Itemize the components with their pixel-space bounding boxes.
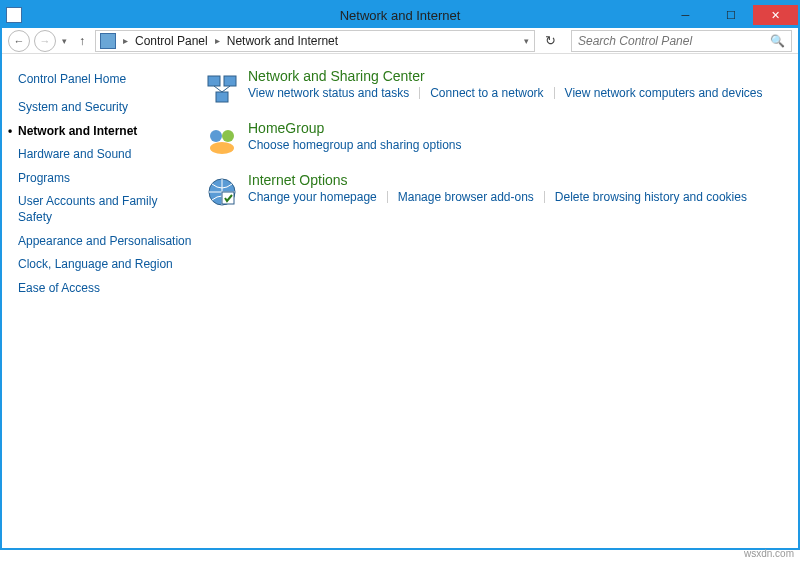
address-dropdown[interactable]: ▾ — [518, 36, 534, 46]
sidebar-item-appearance-and-personalisation[interactable]: Appearance and Personalisation — [18, 234, 192, 250]
task-link[interactable]: View network status and tasks — [248, 86, 409, 100]
svg-line-3 — [214, 86, 222, 92]
category-title[interactable]: Internet Options — [248, 172, 786, 188]
sidebar: Control Panel Home System and SecurityNe… — [2, 54, 200, 548]
chevron-right-icon: ▸ — [210, 35, 225, 46]
separator — [419, 87, 420, 99]
minimize-button[interactable]: ─ — [663, 5, 708, 25]
address-bar: ← → ▾ ↑ ▸ Control Panel ▸ Network and In… — [2, 28, 798, 54]
breadcrumb[interactable]: ▸ Control Panel ▸ Network and Internet ▾ — [95, 30, 535, 52]
search-icon[interactable]: 🔍 — [770, 34, 785, 48]
search-box[interactable]: 🔍 — [571, 30, 792, 52]
control-panel-icon — [100, 33, 116, 49]
up-button[interactable]: ↑ — [73, 32, 91, 50]
search-input[interactable] — [578, 34, 770, 48]
category-title[interactable]: Network and Sharing Center — [248, 68, 786, 84]
sidebar-item-clock-language-and-region[interactable]: Clock, Language and Region — [18, 257, 192, 273]
history-dropdown[interactable]: ▾ — [60, 36, 69, 46]
maximize-button[interactable]: ☐ — [708, 5, 753, 25]
separator — [554, 87, 555, 99]
separator — [544, 191, 545, 203]
svg-point-7 — [210, 142, 234, 154]
svg-line-4 — [222, 86, 230, 92]
network-center-icon[interactable] — [204, 70, 240, 106]
chevron-right-icon: ▸ — [118, 35, 133, 46]
main-panel: Network and Sharing CenterView network s… — [200, 54, 798, 548]
sidebar-item-hardware-and-sound[interactable]: Hardware and Sound — [18, 147, 192, 163]
sidebar-item-system-and-security[interactable]: System and Security — [18, 100, 192, 116]
titlebar: Network and Internet ─ ☐ ✕ — [2, 2, 798, 28]
svg-rect-0 — [208, 76, 220, 86]
sidebar-item-ease-of-access[interactable]: Ease of Access — [18, 281, 192, 297]
separator — [387, 191, 388, 203]
category-row: HomeGroupChoose homegroup and sharing op… — [204, 120, 786, 158]
task-link[interactable]: Choose homegroup and sharing options — [248, 138, 461, 152]
sidebar-item-programs[interactable]: Programs — [18, 171, 192, 187]
control-panel-window: Network and Internet ─ ☐ ✕ ← → ▾ ↑ ▸ Con… — [0, 0, 800, 550]
category-row: Internet OptionsChange your homepageMana… — [204, 172, 786, 210]
watermark: wsxdn.com — [744, 548, 794, 559]
forward-button[interactable]: → — [34, 30, 56, 52]
svg-point-6 — [222, 130, 234, 142]
back-button[interactable]: ← — [8, 30, 30, 52]
svg-rect-1 — [224, 76, 236, 86]
svg-rect-2 — [216, 92, 228, 102]
app-icon — [6, 7, 22, 23]
svg-rect-9 — [222, 192, 234, 204]
content-body: Control Panel Home System and SecurityNe… — [2, 54, 798, 548]
category-title[interactable]: HomeGroup — [248, 120, 786, 136]
task-link[interactable]: View network computers and devices — [565, 86, 763, 100]
crumb-current[interactable]: Network and Internet — [225, 33, 340, 49]
category-row: Network and Sharing CenterView network s… — [204, 68, 786, 106]
close-button[interactable]: ✕ — [753, 5, 798, 25]
crumb-root[interactable]: Control Panel — [133, 33, 210, 49]
sidebar-item-user-accounts-and-family-safety[interactable]: User Accounts and Family Safety — [18, 194, 192, 225]
sidebar-item-network-and-internet[interactable]: Network and Internet — [18, 124, 192, 140]
homegroup-icon[interactable] — [204, 122, 240, 158]
sidebar-home[interactable]: Control Panel Home — [18, 72, 192, 86]
refresh-button[interactable]: ↻ — [539, 30, 561, 52]
task-link[interactable]: Change your homepage — [248, 190, 377, 204]
internet-options-icon[interactable] — [204, 174, 240, 210]
sidebar-list: System and SecurityNetwork and InternetH… — [18, 100, 192, 296]
task-link[interactable]: Connect to a network — [430, 86, 543, 100]
task-link[interactable]: Manage browser add-ons — [398, 190, 534, 204]
svg-point-5 — [210, 130, 222, 142]
task-link[interactable]: Delete browsing history and cookies — [555, 190, 747, 204]
